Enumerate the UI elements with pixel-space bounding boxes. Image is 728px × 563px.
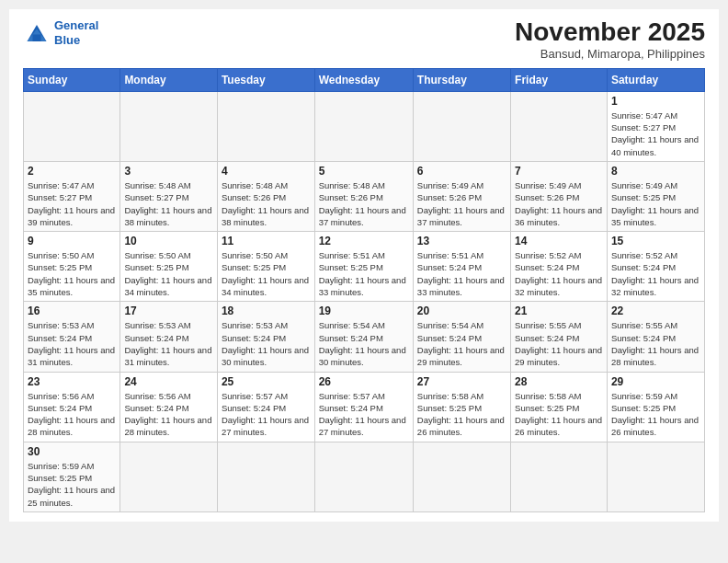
header-wednesday: Wednesday bbox=[314, 68, 413, 91]
table-row bbox=[607, 442, 704, 511]
day-info: Sunrise: 5:48 AMSunset: 5:27 PMDaylight:… bbox=[124, 179, 213, 228]
header-thursday: Thursday bbox=[413, 68, 510, 91]
day-number: 4 bbox=[222, 165, 311, 178]
day-number: 7 bbox=[515, 165, 603, 178]
day-number: 23 bbox=[28, 375, 116, 388]
table-row: 13Sunrise: 5:51 AMSunset: 5:24 PMDayligh… bbox=[413, 232, 510, 302]
header-sunday: Sunday bbox=[24, 68, 120, 91]
day-number: 22 bbox=[611, 304, 700, 317]
day-info: Sunrise: 5:54 AMSunset: 5:24 PMDaylight:… bbox=[319, 319, 409, 368]
header: General Blue November 2025 Bansud, Mimar… bbox=[23, 18, 705, 61]
day-info: Sunrise: 5:49 AMSunset: 5:26 PMDaylight:… bbox=[515, 179, 603, 228]
day-number: 9 bbox=[28, 235, 116, 247]
day-info: Sunrise: 5:53 AMSunset: 5:24 PMDaylight:… bbox=[28, 319, 116, 368]
day-info: Sunrise: 5:48 AMSunset: 5:26 PMDaylight:… bbox=[222, 179, 311, 228]
table-row: 26Sunrise: 5:57 AMSunset: 5:24 PMDayligh… bbox=[314, 372, 413, 442]
table-row: 15Sunrise: 5:52 AMSunset: 5:24 PMDayligh… bbox=[607, 232, 704, 302]
table-row: 21Sunrise: 5:55 AMSunset: 5:24 PMDayligh… bbox=[511, 302, 608, 372]
day-info: Sunrise: 5:48 AMSunset: 5:26 PMDaylight:… bbox=[319, 179, 409, 228]
day-info: Sunrise: 5:56 AMSunset: 5:24 PMDaylight:… bbox=[28, 390, 116, 439]
svg-rect-2 bbox=[33, 34, 41, 41]
calendar-week-row: 16Sunrise: 5:53 AMSunset: 5:24 PMDayligh… bbox=[24, 302, 705, 372]
calendar-week-row: 1Sunrise: 5:47 AMSunset: 5:27 PMDaylight… bbox=[24, 91, 705, 161]
table-row: 9Sunrise: 5:50 AMSunset: 5:25 PMDaylight… bbox=[24, 232, 120, 302]
table-row bbox=[120, 442, 218, 511]
day-info: Sunrise: 5:55 AMSunset: 5:24 PMDaylight:… bbox=[515, 319, 603, 368]
table-row: 22Sunrise: 5:55 AMSunset: 5:24 PMDayligh… bbox=[607, 302, 704, 372]
table-row: 10Sunrise: 5:50 AMSunset: 5:25 PMDayligh… bbox=[120, 232, 218, 302]
table-row: 14Sunrise: 5:52 AMSunset: 5:24 PMDayligh… bbox=[511, 232, 608, 302]
day-info: Sunrise: 5:57 AMSunset: 5:24 PMDaylight:… bbox=[319, 390, 409, 439]
day-number: 2 bbox=[28, 165, 116, 178]
table-row: 12Sunrise: 5:51 AMSunset: 5:25 PMDayligh… bbox=[314, 232, 413, 302]
day-info: Sunrise: 5:53 AMSunset: 5:24 PMDaylight:… bbox=[124, 319, 213, 368]
day-number: 18 bbox=[222, 304, 311, 317]
table-row: 1Sunrise: 5:47 AMSunset: 5:27 PMDaylight… bbox=[607, 91, 704, 161]
day-info: Sunrise: 5:56 AMSunset: 5:24 PMDaylight:… bbox=[124, 390, 213, 439]
table-row: 5Sunrise: 5:48 AMSunset: 5:26 PMDaylight… bbox=[314, 161, 413, 231]
day-number: 3 bbox=[124, 165, 213, 178]
day-info: Sunrise: 5:51 AMSunset: 5:24 PMDaylight:… bbox=[417, 249, 506, 298]
table-row: 17Sunrise: 5:53 AMSunset: 5:24 PMDayligh… bbox=[120, 302, 218, 372]
day-number: 26 bbox=[319, 375, 409, 388]
table-row: 3Sunrise: 5:48 AMSunset: 5:27 PMDaylight… bbox=[120, 161, 218, 231]
table-row bbox=[217, 442, 314, 511]
table-row: 27Sunrise: 5:58 AMSunset: 5:25 PMDayligh… bbox=[413, 372, 510, 442]
day-info: Sunrise: 5:59 AMSunset: 5:25 PMDaylight:… bbox=[611, 390, 700, 439]
calendar-container: General Blue November 2025 Bansud, Mimar… bbox=[9, 9, 719, 522]
table-row: 2Sunrise: 5:47 AMSunset: 5:27 PMDaylight… bbox=[24, 161, 120, 231]
table-row: 29Sunrise: 5:59 AMSunset: 5:25 PMDayligh… bbox=[607, 372, 704, 442]
calendar-week-row: 2Sunrise: 5:47 AMSunset: 5:27 PMDaylight… bbox=[24, 161, 705, 231]
header-tuesday: Tuesday bbox=[217, 68, 314, 91]
day-number: 27 bbox=[417, 375, 506, 388]
table-row bbox=[217, 91, 314, 161]
table-row: 24Sunrise: 5:56 AMSunset: 5:24 PMDayligh… bbox=[120, 372, 218, 442]
logo-general: General bbox=[54, 18, 98, 32]
day-info: Sunrise: 5:58 AMSunset: 5:25 PMDaylight:… bbox=[417, 390, 506, 439]
day-number: 14 bbox=[515, 235, 603, 247]
table-row: 6Sunrise: 5:49 AMSunset: 5:26 PMDaylight… bbox=[413, 161, 510, 231]
day-info: Sunrise: 5:55 AMSunset: 5:24 PMDaylight:… bbox=[611, 319, 700, 368]
table-row: 18Sunrise: 5:53 AMSunset: 5:24 PMDayligh… bbox=[217, 302, 314, 372]
day-info: Sunrise: 5:50 AMSunset: 5:25 PMDaylight:… bbox=[222, 249, 311, 298]
table-row bbox=[314, 91, 413, 161]
day-number: 21 bbox=[515, 304, 603, 317]
table-row bbox=[413, 442, 510, 511]
table-row bbox=[314, 442, 413, 511]
day-info: Sunrise: 5:50 AMSunset: 5:25 PMDaylight:… bbox=[28, 249, 116, 298]
table-row: 23Sunrise: 5:56 AMSunset: 5:24 PMDayligh… bbox=[24, 372, 120, 442]
day-info: Sunrise: 5:51 AMSunset: 5:25 PMDaylight:… bbox=[319, 249, 409, 298]
day-info: Sunrise: 5:53 AMSunset: 5:24 PMDaylight:… bbox=[222, 319, 311, 368]
day-info: Sunrise: 5:47 AMSunset: 5:27 PMDaylight:… bbox=[28, 179, 116, 228]
day-number: 16 bbox=[28, 304, 116, 317]
day-number: 11 bbox=[222, 235, 311, 247]
table-row bbox=[24, 91, 120, 161]
day-number: 6 bbox=[417, 165, 506, 178]
day-number: 30 bbox=[28, 445, 116, 458]
weekday-header-row: Sunday Monday Tuesday Wednesday Thursday… bbox=[24, 68, 705, 91]
day-info: Sunrise: 5:54 AMSunset: 5:24 PMDaylight:… bbox=[417, 319, 506, 368]
calendar-week-row: 30Sunrise: 5:59 AMSunset: 5:25 PMDayligh… bbox=[24, 442, 705, 511]
day-number: 28 bbox=[515, 375, 603, 388]
subtitle: Bansud, Mimaropa, Philippines bbox=[515, 47, 705, 61]
day-number: 5 bbox=[319, 165, 409, 178]
table-row: 8Sunrise: 5:49 AMSunset: 5:25 PMDaylight… bbox=[607, 161, 704, 231]
day-info: Sunrise: 5:49 AMSunset: 5:26 PMDaylight:… bbox=[417, 179, 506, 228]
month-title: November 2025 bbox=[515, 18, 705, 47]
logo-blue: Blue bbox=[54, 33, 80, 47]
table-row: 7Sunrise: 5:49 AMSunset: 5:26 PMDaylight… bbox=[511, 161, 608, 231]
day-number: 12 bbox=[319, 235, 409, 247]
day-info: Sunrise: 5:58 AMSunset: 5:25 PMDaylight:… bbox=[515, 390, 603, 439]
general-blue-logo-icon bbox=[23, 22, 51, 44]
table-row bbox=[511, 442, 608, 511]
day-number: 8 bbox=[611, 165, 700, 178]
day-number: 10 bbox=[124, 235, 213, 247]
day-number: 19 bbox=[319, 304, 409, 317]
day-number: 13 bbox=[417, 235, 506, 247]
title-section: November 2025 Bansud, Mimaropa, Philippi… bbox=[515, 18, 705, 61]
day-info: Sunrise: 5:50 AMSunset: 5:25 PMDaylight:… bbox=[124, 249, 213, 298]
table-row: 11Sunrise: 5:50 AMSunset: 5:25 PMDayligh… bbox=[217, 232, 314, 302]
day-number: 15 bbox=[611, 235, 700, 247]
day-number: 20 bbox=[417, 304, 506, 317]
table-row bbox=[413, 91, 510, 161]
